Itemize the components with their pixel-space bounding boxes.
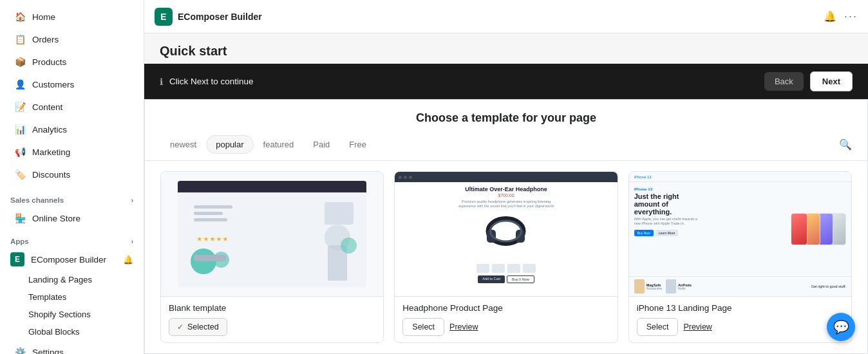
products-icon: 📦 [14,56,26,68]
filter-tab-newest[interactable]: newest [160,135,206,154]
template-filter-bar: newest popular featured Paid Free 🔍 [145,131,867,161]
template-card-iphone: iPhone 13 iPhone 13 Just the rightamount… [628,171,852,343]
blank-template-name: Blank template [169,303,375,313]
iphone-template-body: iPhone 13 Landing Page Select Preview [629,296,851,342]
topbar-logo-icon: E [155,8,173,26]
sidebar-item-settings-label: Settings [32,348,64,355]
sidebar-item-orders-label: Orders [32,35,59,44]
sidebar-item-content[interactable]: 📝 Content [4,96,140,118]
filter-tab-featured[interactable]: featured [254,135,304,154]
sidebar-item-marketing-label: Marketing [32,147,70,157]
iphone-template-actions: Select Preview [637,318,844,336]
sidebar-item-customers-label: Customers [32,80,74,89]
sidebar-item-orders[interactable]: 📋 Orders [4,28,140,50]
sidebar-item-settings[interactable]: ⚙️ Settings [4,341,140,354]
sidebar-sub-item-landing[interactable]: Landing & Pages [0,271,144,288]
page-content: Quick start ℹ Click Next to continue Bac… [144,33,868,354]
ecomposer-app-icon: E [10,252,24,266]
home-icon: 🏠 [14,11,26,23]
headphone-select-button[interactable]: Select [402,318,444,336]
sidebar-sub-item-global-blocks[interactable]: Global Blocks [0,323,144,340]
chat-button[interactable]: 💬 [827,313,855,341]
search-icon[interactable]: 🔍 [839,138,852,151]
sidebar-item-content-label: Content [32,102,62,112]
apps-section: Apps › [0,230,144,248]
template-chooser-heading: Choose a template for your page [145,100,867,131]
filter-tab-free[interactable]: Free [339,135,376,154]
sidebar-item-discounts-label: Discounts [32,170,70,180]
iphone-preview-button[interactable]: Preview [683,322,712,331]
ecomposer-bell-icon: 🔔 [123,255,133,265]
blank-selected-button[interactable]: ✓ Selected [169,318,227,336]
template-chooser: Choose a template for your page newest p… [144,99,868,354]
blank-template-thumb [161,172,383,296]
settings-icon: ⚙️ [14,346,26,354]
iphone-select-button[interactable]: Select [637,318,679,336]
filter-tab-paid[interactable]: Paid [303,135,339,154]
topbar-more-icon[interactable]: ··· [844,10,858,23]
main-content: E EComposer Builder 🔔 ··· Quick start ℹ … [144,0,868,354]
customers-icon: 👤 [14,79,26,90]
headphone-template-thumb: Ultimate Over-Ear Headphone $700.00 Prem… [395,172,617,296]
topbar: E EComposer Builder 🔔 ··· [144,0,868,33]
sidebar-item-ecomposer[interactable]: E EComposer Builder 🔔 [0,248,144,271]
content-icon: 📝 [14,101,26,113]
page-title: Quick start [160,44,853,59]
info-icon: ℹ [160,77,163,87]
headphone-template-name: Headphone Product Page [402,303,609,313]
topbar-logo-text: EComposer Builder [178,12,262,22]
marketing-icon: 📢 [14,146,26,158]
sales-channels-chevron: › [131,197,133,204]
sidebar-item-products-label: Products [32,57,66,67]
sidebar-item-marketing[interactable]: 📢 Marketing [4,141,140,163]
sales-channels-section: Sales channels › [0,189,144,207]
discounts-icon: 🏷️ [14,169,26,180]
headphone-preview-button[interactable]: Preview [449,322,478,331]
info-message: Click Next to continue [169,77,254,86]
sidebar-item-home-label: Home [32,12,55,22]
ecomposer-label: EComposer Builder [31,255,106,265]
sidebar-item-discounts[interactable]: 🏷️ Discounts [4,163,140,185]
sidebar-item-analytics-label: Analytics [32,125,67,135]
template-grid: Blank template ✓ Selected [145,161,867,353]
sidebar: 🏠 Home 📋 Orders 📦 Products 👤 Customers 📝… [0,0,144,354]
sidebar-item-home[interactable]: 🏠 Home [4,6,140,28]
filter-tab-popular[interactable]: popular [206,135,253,154]
back-button[interactable]: Back [764,72,804,91]
headphone-template-body: Headphone Product Page Select Preview [395,296,617,342]
sidebar-item-online-store[interactable]: 🏪 Online Store [4,207,140,229]
topbar-logo: E EComposer Builder [155,8,262,26]
template-card-blank: Blank template ✓ Selected [160,171,384,343]
sidebar-item-customers[interactable]: 👤 Customers [4,73,140,95]
info-bar: ℹ Click Next to continue Back Next [144,64,868,99]
page-title-bar: Quick start [144,33,868,64]
next-button[interactable]: Next [810,71,853,91]
online-store-icon: 🏪 [14,212,26,224]
headphone-template-actions: Select Preview [402,318,609,336]
apps-chevron: › [131,238,133,245]
analytics-icon: 📊 [14,124,26,135]
check-icon: ✓ [177,322,184,331]
sidebar-item-online-store-label: Online Store [32,214,80,223]
iphone-template-thumb: iPhone 13 iPhone 13 Just the rightamount… [629,172,851,296]
blank-template-body: Blank template ✓ Selected [161,296,383,342]
sidebar-item-products[interactable]: 📦 Products [4,51,140,73]
topbar-bell-icon[interactable]: 🔔 [824,10,836,23]
sidebar-sub-item-shopify-sections[interactable]: Shopify Sections [0,306,144,323]
sidebar-sub-item-templates[interactable]: Templates [0,288,144,306]
sidebar-item-analytics[interactable]: 📊 Analytics [4,118,140,140]
orders-icon: 📋 [14,33,26,45]
template-card-headphone: Ultimate Over-Ear Headphone $700.00 Prem… [394,171,618,343]
blank-template-actions: ✓ Selected [169,318,375,336]
iphone-template-name: iPhone 13 Landing Page [637,303,844,313]
